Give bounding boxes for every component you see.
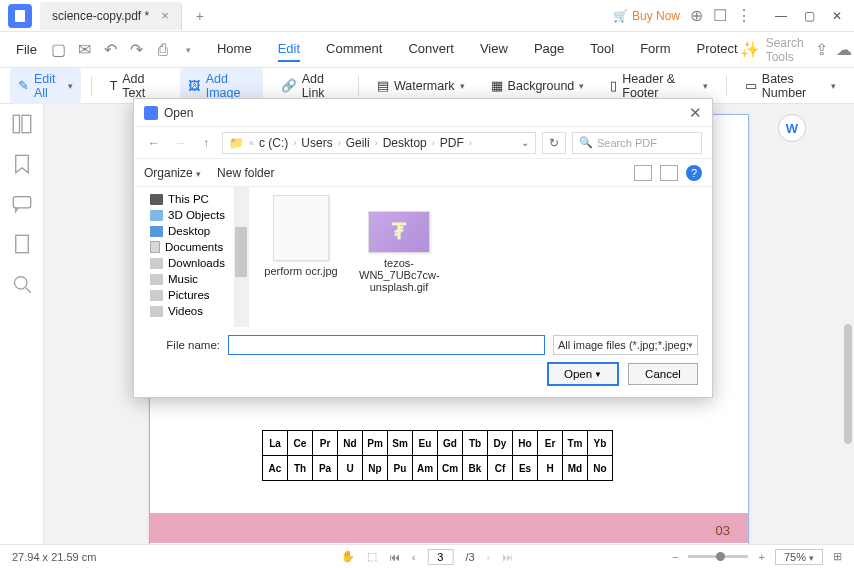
prev-page-icon[interactable]: ‹ [412,551,416,563]
cloud-icon[interactable]: ☁ [836,42,852,58]
zoom-out-icon[interactable]: − [672,551,678,563]
search-tools[interactable]: Search Tools [766,36,807,64]
nav-up-icon[interactable]: ↑ [196,136,216,150]
file-list[interactable]: perform ocr.jpg tezos-WN5_7UBc7cw-unspla… [249,187,712,327]
new-tab-button[interactable]: + [188,4,212,28]
filetype-select[interactable]: All image files (*.jpg;*.jpeg;*.jpe ▾ [553,335,698,355]
menu-form[interactable]: Form [640,37,670,62]
thumbnail-panel-icon[interactable] [12,114,32,134]
close-window-button[interactable]: ✕ [824,4,850,28]
tree-scrollbar[interactable] [234,187,248,327]
tab-close-icon[interactable]: × [161,8,169,23]
folder-icon [150,274,163,285]
search-panel-icon[interactable] [12,274,32,294]
edit-icon: ✎ [18,78,29,93]
vertical-scrollbar[interactable] [844,324,852,444]
fit-page-icon[interactable]: ⊞ [833,550,842,563]
tree-item[interactable]: Music [136,271,246,287]
tree-item[interactable]: 3D Objects [136,207,246,223]
menu-view[interactable]: View [480,37,508,62]
wand-icon[interactable]: ✨ [742,42,758,58]
nav-back-icon[interactable]: ← [144,136,164,150]
buy-now-link[interactable]: 🛒 Buy Now [613,9,680,23]
print-icon[interactable]: ⎙ [153,40,173,60]
breadcrumb-segment[interactable]: Users [301,136,332,150]
tree-item[interactable]: Pictures [136,287,246,303]
last-page-icon[interactable]: ⏭ [502,551,513,563]
open-button[interactable]: Open ▼ [548,363,618,385]
redo-icon[interactable]: ↷ [127,40,147,60]
chevron-down-icon[interactable]: ⌄ [521,137,529,148]
zoom-in-icon[interactable]: + [758,551,764,563]
element-cell: Pm [363,431,388,456]
menu-edit[interactable]: Edit [278,37,300,62]
file-item[interactable]: perform ocr.jpg [261,195,341,277]
file-item[interactable]: tezos-WN5_7UBc7cw-unsplash.gif [359,195,439,293]
comment-panel-icon[interactable] [12,194,32,214]
menu-comment[interactable]: Comment [326,37,382,62]
bates-number-button[interactable]: ▭ Bates Number ▾ [737,68,844,104]
breadcrumb-sep: › [432,138,435,148]
organize-menu[interactable]: Organize ▾ [144,166,201,180]
hand-tool-icon[interactable]: ✋ [341,550,355,563]
breadcrumb-segment[interactable]: PDF [440,136,464,150]
undo-icon[interactable]: ↶ [101,40,121,60]
breadcrumb-segment[interactable]: Desktop [383,136,427,150]
tree-item[interactable]: Desktop [136,223,246,239]
breadcrumb[interactable]: 📁 « c (C:)›Users›Geili›Desktop›PDF›⌄ [222,132,536,154]
globe-icon[interactable]: ⊕ [688,8,704,24]
select-tool-icon[interactable]: ⬚ [367,550,377,563]
menu-home[interactable]: Home [217,37,252,62]
breadcrumb-segment[interactable]: Geili [346,136,370,150]
tree-item[interactable]: Documents [136,239,246,255]
zoom-percent[interactable]: 75% ▾ [775,549,823,565]
image-icon: 🖼 [188,79,201,93]
nav-forward-icon[interactable]: → [170,136,190,150]
filename-input[interactable] [228,335,545,355]
dialog-search-input[interactable]: 🔍 Search PDF [572,132,702,154]
menu-protect[interactable]: Protect [696,37,737,62]
menu-tool[interactable]: Tool [590,37,614,62]
tree-item[interactable]: Downloads [136,255,246,271]
preview-pane-button[interactable] [660,165,678,181]
breadcrumb-segment[interactable]: c (C:) [259,136,288,150]
minimize-button[interactable]: — [768,4,794,28]
folder-tree[interactable]: This PC3D ObjectsDesktopDocumentsDownloa… [134,187,249,327]
zoom-slider[interactable] [688,555,748,558]
new-folder-button[interactable]: New folder [217,166,274,180]
menu-convert[interactable]: Convert [408,37,454,62]
file-menu[interactable]: File [8,42,45,57]
cancel-button[interactable]: Cancel [628,363,698,385]
menu-page[interactable]: Page [534,37,564,62]
next-page-icon[interactable]: › [487,551,491,563]
dialog-close-button[interactable]: ✕ [689,104,702,122]
kebab-icon[interactable]: ⋮ [736,8,752,24]
tree-item[interactable]: Videos [136,303,246,319]
folder-icon [150,241,160,253]
maximize-button[interactable]: ▢ [796,4,822,28]
chevron-down-icon[interactable]: ▾ [179,40,199,60]
breadcrumb-sep: › [338,138,341,148]
notify-icon[interactable]: ☐ [712,8,728,24]
menubar: File ▢ ✉ ↶ ↷ ⎙ ▾ HomeEditCommentConvertV… [0,32,854,68]
share-icon[interactable]: ⇪ [815,42,828,58]
help-button[interactable]: ? [686,165,702,181]
document-tab[interactable]: science-copy.pdf * × [40,2,182,30]
element-cell: Ho [513,431,538,456]
bookmark-panel-icon[interactable] [12,154,32,174]
refresh-button[interactable]: ↻ [542,132,566,154]
page-number-input[interactable] [427,549,453,565]
page-total: /3 [465,551,474,563]
tree-item[interactable]: This PC [136,191,246,207]
background-button[interactable]: ▦ Background ▾ [483,74,593,97]
word-badge-icon[interactable]: W [778,114,806,142]
background-icon: ▦ [491,78,503,93]
attachment-panel-icon[interactable] [12,234,32,254]
save-icon[interactable]: ▢ [49,40,69,60]
view-mode-button[interactable] [634,165,652,181]
element-cell: H [538,456,563,481]
first-page-icon[interactable]: ⏮ [389,551,400,563]
edit-all-button[interactable]: ✎ Edit All ▾ [10,68,81,104]
mail-icon[interactable]: ✉ [75,40,95,60]
watermark-button[interactable]: ▤ Watermark ▾ [369,74,473,97]
